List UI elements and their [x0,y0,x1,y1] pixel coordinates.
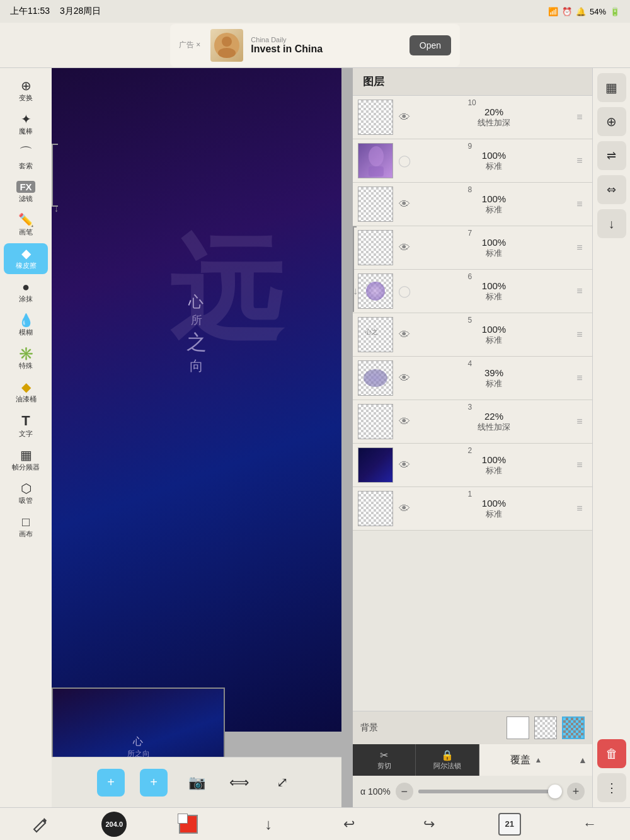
bg-swatch-checker-dark[interactable] [562,716,585,739]
layer-eye-10[interactable]: 👁 [393,106,416,129]
tool-eraser[interactable]: ◆ 橡皮擦 [4,243,48,274]
layer-opacity-10: 20% [484,106,503,117]
layer-drag-4[interactable]: ≡ [572,372,587,384]
brush-size-indicator[interactable]: 204.0 [101,812,127,837]
camera-button[interactable]: 📷 [183,769,210,797]
back-button[interactable]: ← [571,812,609,837]
ad-close-button[interactable]: 广告 × [179,40,200,50]
layer-eye-2[interactable]: 👁 [393,454,416,476]
down-arrow-button[interactable]: ↓ [597,209,626,238]
tool-canvas[interactable]: □ 画布 [4,512,48,543]
layer-row-5[interactable]: 5 心之 👁 100% 标准 ≡ [353,313,592,357]
layer-row-9[interactable]: 9 ◯ 100% 标准 ≡ [353,139,592,183]
canvas-large-overlay: 远 [169,233,282,346]
status-bar: 上午11:53 3月28周日 📶 ⏰ 🔔 54% 🔋 [0,0,630,23]
download-button[interactable]: ↓ [249,812,287,837]
tool-transform[interactable]: ⊕ 变换 [4,76,48,106]
layer-drag-1[interactable]: ≡ [572,503,587,514]
tool-text[interactable]: T 文字 [4,410,48,442]
tool-eyedrop[interactable]: ⬡ 吸管 [4,478,48,509]
layer-drag-5[interactable]: ≡ [572,329,587,340]
ad-open-button[interactable]: Open [410,35,451,55]
tool-magic[interactable]: ✦ 魔棒 [4,109,48,140]
layer-row-6[interactable]: 6 ↓ ◯ 100% 标准 ≡ [353,270,592,313]
blend-mode-expand[interactable]: ▲ [573,744,592,776]
move-button[interactable]: ⊕ [597,107,626,136]
cut-icon: ✂ [380,749,388,761]
layer-eye-5[interactable]: 👁 [393,323,416,346]
checkerboard-button[interactable]: ▦ [597,73,626,102]
blend-mode-button[interactable]: 覆盖 ▲ [479,744,573,776]
layer-eye-7[interactable]: 👁 [393,236,416,259]
add-layer-button[interactable]: + [140,769,168,797]
layer-eye-4[interactable]: 👁 [393,367,416,389]
tool-text-label: 文字 [19,429,33,439]
undo-button[interactable]: ↩ [330,812,368,837]
tool-frame[interactable]: ▦ 帧分频器 [4,445,48,476]
layer-drag-9[interactable]: ≡ [572,155,587,166]
bg-swatch-checker[interactable] [534,716,557,739]
layer-row-10[interactable]: 10 👁 20% 线性加深 ≡ [353,96,592,139]
tool-lasso[interactable]: ⌒ 套索 [4,142,48,175]
eraser-icon: ◆ [21,247,31,260]
layer-row-4[interactable]: 4 👁 39% 标准 ≡ [353,357,592,400]
layer-row-3[interactable]: 3 👁 22% 线性加深 ≡ [353,400,592,444]
alpha-thumb[interactable] [548,785,562,798]
redo-button[interactable]: ↪ [410,812,448,837]
transform-button[interactable]: ⤢ [268,769,296,797]
layer-eye-3[interactable]: 👁 [393,410,416,433]
more-button[interactable]: ⋮ [597,773,626,802]
back-icon: ← [583,816,597,832]
edit-tool-button[interactable] [21,812,59,837]
layer-drag-10[interactable]: ≡ [572,112,587,123]
layer-row-7[interactable]: 7 👁 100% 标准 ≡ [353,226,592,270]
alpha-slider[interactable] [418,790,562,793]
pages-button[interactable]: 21 [491,812,529,837]
layer-drag-8[interactable]: ≡ [572,198,587,210]
flip-v-button[interactable]: ⇔ [597,175,626,204]
layer-drag-2[interactable]: ≡ [572,459,587,471]
ad-title: Invest in China [251,43,401,55]
tool-special[interactable]: ✳️ 特殊 [4,343,48,374]
layer-opacity-6: 100% [482,280,506,291]
tool-smear[interactable]: ● 涂抹 [4,277,48,308]
alpha-minus-button[interactable]: − [396,783,413,800]
layer-eye-8[interactable]: 👁 [393,193,416,216]
layer-info-1: 100% 标准 [416,498,572,520]
layers-list[interactable]: 10 👁 20% 线性加深 ≡ 9 ◯ 100% 标准 ≡ [353,96,592,711]
tool-fx[interactable]: FX 滤镜 [4,177,48,207]
layer-num-10: 10 [467,98,476,107]
color-swatch-button[interactable] [169,812,207,837]
main-canvas[interactable]: 心 所 之 向 远 ↓ [52,68,341,732]
alpha-lock-button[interactable]: 🔒 阿尔法锁 [416,744,479,776]
layer-row-1[interactable]: 1 👁 100% 标准 ≡ [353,487,592,531]
tool-fill[interactable]: ◆ 油漆桶 [4,377,48,408]
svg-point-2 [218,48,236,58]
layer-row-2[interactable]: 2 👁 100% 标准 ≡ [353,444,592,487]
ad-source: China Daily [251,36,401,43]
flip-h-button[interactable]: ⇌ [597,141,626,170]
transform-icon: ⊕ [21,79,32,92]
fill-icon: ◆ [21,381,31,393]
bg-swatch-white[interactable] [507,716,529,739]
layer-eye-1[interactable]: 👁 [393,497,416,520]
cut-button[interactable]: ✂ 剪切 [353,744,416,776]
layer-row-8[interactable]: 8 👁 100% 标准 ≡ [353,183,592,226]
alpha-plus-button[interactable]: + [567,783,585,800]
tool-fill-label: 油漆桶 [16,394,37,404]
layer-drag-3[interactable]: ≡ [572,416,587,427]
layer-drag-6[interactable]: ≡ [572,285,587,297]
layer-num-3: 3 [467,403,472,411]
tool-eraser-label: 橡皮擦 [16,261,37,270]
delete-button[interactable]: 🗑 [597,739,626,768]
tool-brush[interactable]: ✏️ 画笔 [4,210,48,241]
flip-button[interactable]: ⟺ [226,769,253,797]
tool-blur[interactable]: 💧 模糊 [4,310,48,341]
layer-num-7: 7 [467,229,472,238]
add-button[interactable]: + [97,769,125,797]
layer-eye-6[interactable]: ◯ [393,280,416,302]
layer-eye-9[interactable]: ◯ [393,149,416,172]
battery-icon: 🔋 [610,7,620,16]
layer-drag-7[interactable]: ≡ [572,242,587,253]
svg-rect-4 [369,166,384,176]
